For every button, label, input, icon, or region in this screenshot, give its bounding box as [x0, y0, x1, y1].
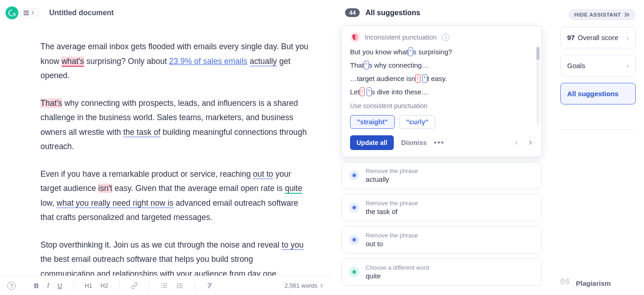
- underline-toyou[interactable]: to you: [282, 240, 304, 250]
- suggestion-card[interactable]: Remove the phrase actually: [341, 162, 542, 189]
- clarity-icon: [349, 202, 359, 213]
- card-label: Choose a different word: [366, 264, 429, 271]
- svg-point-13: [353, 271, 356, 273]
- suggestion-card-expanded[interactable]: Inconsistent punctuation i But you know …: [341, 25, 542, 157]
- highlight-isnt[interactable]: isn't: [98, 184, 113, 193]
- card-value: out to: [366, 240, 418, 248]
- svg-rect-3: [179, 285, 183, 286]
- highlight-thats[interactable]: That's: [40, 98, 62, 108]
- issue-name: Inconsistent punctuation: [365, 34, 437, 41]
- hamburger-icon: [23, 11, 29, 15]
- clear-format-button[interactable]: [206, 282, 213, 289]
- bold-button[interactable]: B: [34, 282, 39, 289]
- update-all-button[interactable]: Update all: [350, 135, 394, 150]
- more-icon[interactable]: •••: [434, 139, 445, 147]
- chevron-right-icon: [30, 11, 35, 15]
- svg-point-2: [177, 285, 178, 286]
- card-value: the task of: [366, 208, 418, 215]
- info-icon[interactable]: i: [442, 34, 449, 41]
- header: Untitled document: [0, 0, 331, 24]
- card-label: Remove the phrase: [366, 232, 418, 239]
- help-icon[interactable]: ?: [7, 282, 16, 290]
- clarity-icon: [349, 170, 359, 180]
- editor-body[interactable]: The average email inbox gets flooded wit…: [0, 24, 331, 295]
- underline-button[interactable]: U: [58, 282, 62, 289]
- hint-text: Use consistent punctuation: [350, 102, 533, 110]
- highlight-whats[interactable]: what's: [62, 57, 84, 67]
- h1-button[interactable]: H1: [85, 282, 92, 289]
- underline-task[interactable]: the task of: [123, 127, 161, 137]
- svg-point-4: [177, 287, 178, 288]
- underline-quite[interactable]: quite: [285, 184, 302, 194]
- shield-icon: [350, 32, 360, 42]
- suggestions-title: All suggestions: [365, 9, 420, 17]
- svg-rect-1: [179, 283, 183, 284]
- plagiarism-row[interactable]: Plagiarism: [560, 278, 636, 289]
- h2-button[interactable]: H2: [101, 282, 109, 289]
- underline-need[interactable]: what you really need right now is: [57, 198, 173, 208]
- svg-rect-5: [179, 287, 183, 288]
- svg-point-9: [353, 206, 356, 209]
- scrollbar-thumb[interactable]: [536, 47, 540, 60]
- svg-point-7: [353, 174, 356, 177]
- word-count[interactable]: 2,561 words: [285, 282, 324, 289]
- dismiss-button[interactable]: Dismiss: [401, 139, 427, 146]
- document-title[interactable]: Untitled document: [49, 9, 114, 17]
- card-value: quite: [366, 272, 429, 280]
- all-suggestions-card[interactable]: All suggestions: [560, 83, 636, 104]
- paragraph-4: Stop overthinking it. Join us as we cut …: [40, 238, 309, 282]
- right-column: HIDE ASSISTANT 97Overall score › Goals ›…: [552, 0, 644, 295]
- editor-column: Untitled document The average email inbo…: [0, 0, 331, 295]
- overall-score-card[interactable]: 97Overall score ›: [560, 27, 636, 48]
- ordered-list-button[interactable]: [161, 282, 168, 289]
- suggestions-column: 44 All suggestions Inconsistent punctuat…: [331, 0, 552, 295]
- chevron-up-down-icon: [319, 283, 324, 288]
- card-label: Remove the phrase: [366, 168, 418, 174]
- chevron-double-right-icon: [624, 12, 630, 17]
- svg-point-0: [177, 283, 178, 284]
- paragraph-1: The average email inbox gets flooded wit…: [40, 40, 309, 83]
- issue-examples: But you know what's surprising? That's w…: [350, 48, 533, 96]
- suggestions-count-badge: 44: [345, 8, 360, 17]
- suggestion-card[interactable]: Remove the phrase out to: [341, 226, 542, 254]
- chevron-right-icon: ›: [627, 34, 629, 41]
- prev-icon[interactable]: [514, 140, 519, 145]
- toolbar: ? B I U H1 H2 2,561 wor: [0, 276, 331, 295]
- card-label: Remove the phrase: [366, 200, 418, 207]
- italic-button[interactable]: I: [47, 282, 49, 289]
- suggestions-header: 44 All suggestions: [341, 8, 542, 17]
- suggestion-card[interactable]: Choose a different word quite: [341, 258, 542, 286]
- card-value: actually: [366, 175, 418, 183]
- unordered-list-button[interactable]: [176, 282, 184, 289]
- chevron-right-icon: ›: [627, 62, 629, 69]
- suggestion-card[interactable]: Remove the phrase the task of: [341, 194, 542, 221]
- underline-outto[interactable]: out to: [253, 169, 273, 179]
- quote-icon: [560, 278, 570, 289]
- choice-straight[interactable]: "straight": [350, 115, 395, 129]
- goals-card[interactable]: Goals ›: [560, 55, 636, 76]
- divider: [560, 129, 636, 130]
- grammarly-logo[interactable]: [6, 6, 18, 19]
- link-open-rate[interactable]: 23.9% of sales emails: [169, 57, 247, 66]
- engagement-icon: [349, 267, 359, 277]
- hide-assistant-button[interactable]: HIDE ASSISTANT: [569, 9, 636, 20]
- link-button[interactable]: [131, 282, 138, 289]
- next-icon[interactable]: [528, 140, 533, 145]
- menu-button[interactable]: [20, 8, 39, 17]
- paragraph-2: That's why connecting with prospects, le…: [40, 96, 309, 154]
- choice-curly[interactable]: "curly": [399, 115, 435, 129]
- paragraph-3: Even if you have a remarkable product or…: [40, 167, 309, 225]
- clarity-icon: [349, 235, 359, 245]
- svg-point-11: [353, 238, 356, 241]
- underline-actually[interactable]: actually: [250, 57, 277, 66]
